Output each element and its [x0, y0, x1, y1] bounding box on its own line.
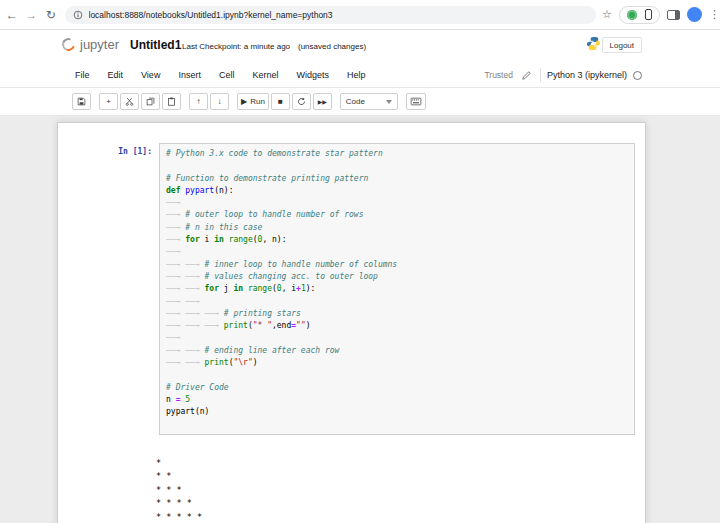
add-cell-button[interactable]: + — [99, 93, 118, 110]
edit-title-pencil-icon[interactable] — [519, 68, 534, 82]
extension-green-icon[interactable] — [627, 10, 637, 20]
menu-file[interactable]: File — [66, 70, 99, 80]
menu-kernel[interactable]: Kernel — [243, 70, 287, 80]
browser-chrome: ← → ↻ localhost:8888/notebooks/Untitled1… — [0, 0, 720, 30]
bookmark-star-icon[interactable]: ☆ — [602, 8, 612, 21]
menu-help[interactable]: Help — [338, 70, 375, 80]
scissors-icon — [125, 97, 134, 106]
kernel-name: Python 3 (ipykernel) — [547, 70, 627, 80]
save-button[interactable] — [72, 93, 91, 110]
stop-icon: ■ — [278, 98, 283, 106]
command-palette-button[interactable] — [406, 93, 426, 110]
checkpoint-status: Last Checkpoint: a minute ago — [182, 42, 290, 51]
menu-widgets[interactable]: Widgets — [287, 70, 338, 80]
plus-icon: + — [106, 98, 111, 106]
run-button[interactable]: ▶ Run — [237, 93, 269, 110]
code-editor[interactable]: # Python 3.x code to demonstrate star pa… — [159, 143, 635, 435]
move-cell-up-button[interactable]: ↑ — [189, 93, 208, 110]
floppy-icon — [77, 97, 86, 106]
notebook-toolbar: + ↑ ↓ ▶ Run ■ — [0, 88, 720, 116]
cell-type-value: Code — [346, 97, 365, 106]
run-label: Run — [250, 97, 265, 106]
url-text[interactable]: localhost:8888/notebooks/Untitled1.ipynb… — [89, 10, 333, 20]
kernel-idle-icon — [633, 71, 642, 80]
chevron-down-icon — [386, 100, 392, 104]
menu-insert[interactable]: Insert — [169, 70, 210, 80]
cell-type-dropdown[interactable]: Code — [340, 93, 398, 110]
sidebar-panel-icon[interactable] — [667, 10, 680, 20]
menu-cell[interactable]: Cell — [210, 70, 244, 80]
trusted-badge: Trusted — [484, 70, 513, 80]
copy-icon — [146, 97, 155, 106]
clipboard-icon — [167, 97, 176, 106]
refresh-icon[interactable]: ↻ — [43, 8, 59, 22]
jupyter-logo-text[interactable]: jupyter — [80, 37, 119, 52]
menu-edit[interactable]: Edit — [99, 70, 133, 80]
fast-forward-icon: ▶▶ — [318, 99, 327, 105]
forward-icon[interactable]: → — [24, 8, 40, 22]
move-cell-down-button[interactable]: ↓ — [210, 93, 229, 110]
logout-button[interactable]: Logout — [602, 37, 642, 53]
browser-menu-icon[interactable]: ⋮ — [709, 8, 720, 21]
play-icon: ▶ — [241, 98, 247, 106]
restart-run-all-button[interactable]: ▶▶ — [313, 93, 332, 110]
copy-cell-button[interactable] — [141, 93, 160, 110]
cell-input-prompt: In [1]: — [66, 147, 152, 156]
menu-bar: File Edit View Insert Cell Kernel Widget… — [0, 62, 720, 88]
notebook-title[interactable]: Untitled1 — [130, 38, 181, 52]
notebook-area: In [1]: # Python 3.x code to demonstrate… — [0, 116, 720, 523]
menu-view[interactable]: View — [132, 70, 169, 80]
output-text: * * * * * * * * * * * * * * * — [156, 457, 202, 523]
keyboard-icon — [410, 97, 422, 106]
python-logo-icon — [586, 36, 601, 51]
jupyter-logo-icon[interactable] — [60, 36, 77, 53]
divider — [540, 68, 541, 82]
site-info-icon[interactable] — [73, 10, 83, 20]
phone-extension-icon[interactable] — [645, 9, 652, 20]
arrow-down-icon: ↓ — [218, 98, 222, 106]
unsaved-changes-status: (unsaved changes) — [298, 42, 366, 51]
arrow-up-icon: ↑ — [197, 98, 201, 106]
jupyter-header: jupyter Untitled1 Last Checkpoint: a min… — [0, 30, 720, 62]
interrupt-kernel-button[interactable]: ■ — [271, 93, 290, 110]
restart-kernel-button[interactable] — [292, 93, 311, 110]
address-bar[interactable]: localhost:8888/notebooks/Untitled1.ipynb… — [65, 6, 597, 24]
extensions-pill — [619, 6, 660, 24]
restart-icon — [297, 97, 306, 106]
profile-avatar[interactable] — [687, 7, 702, 22]
paste-cell-button[interactable] — [162, 93, 181, 110]
notebook-page: In [1]: # Python 3.x code to demonstrate… — [57, 122, 646, 523]
cut-cell-button[interactable] — [120, 93, 139, 110]
back-icon[interactable]: ← — [4, 8, 20, 22]
